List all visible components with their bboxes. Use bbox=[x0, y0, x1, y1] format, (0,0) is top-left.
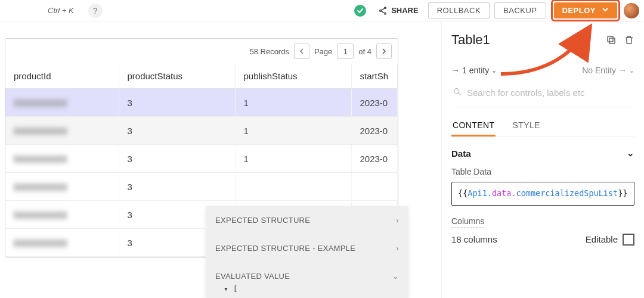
table-cell[interactable]: ▮▮▮▮▮▮▮▮▮▮ bbox=[5, 229, 119, 257]
copy-icon[interactable] bbox=[606, 35, 617, 45]
help-button[interactable]: ? bbox=[88, 4, 103, 18]
table-cell[interactable]: 3 bbox=[119, 173, 235, 201]
col-header[interactable]: productId bbox=[5, 64, 119, 89]
backup-button[interactable]: BACKUP bbox=[494, 2, 546, 18]
table-cell[interactable]: 2023-0 bbox=[351, 89, 398, 117]
rollback-button[interactable]: ROLLBACK bbox=[428, 2, 490, 18]
table-pagination-bar: 58 Records Page 1 of 4 bbox=[5, 39, 398, 64]
table-cell[interactable]: 3 bbox=[119, 89, 235, 117]
table-cell[interactable]: ▮▮▮▮▮▮▮▮▮▮ bbox=[5, 89, 119, 117]
entity-source-selector[interactable]: → 1 entity ⌄ bbox=[451, 66, 497, 75]
arrow-right-icon: → bbox=[451, 66, 460, 75]
next-page-button[interactable] bbox=[376, 44, 392, 59]
svg-rect-4 bbox=[608, 36, 613, 42]
svg-point-0 bbox=[385, 7, 386, 9]
page-word: Page bbox=[314, 47, 332, 56]
editable-label: Editable bbox=[586, 234, 618, 244]
table-cell[interactable]: 1 bbox=[235, 89, 351, 117]
table-cell[interactable]: 2023-0 bbox=[351, 145, 398, 173]
table-header-row: productId productStatus publishStatus st… bbox=[5, 64, 398, 89]
table-cell[interactable]: 2023-0 bbox=[351, 117, 398, 145]
deploy-button[interactable]: DEPLOY bbox=[554, 2, 617, 18]
chevron-down-icon: ⌄ bbox=[392, 272, 399, 281]
svg-point-2 bbox=[385, 13, 386, 14]
search-icon bbox=[453, 87, 462, 98]
chevron-right-icon: › bbox=[396, 216, 399, 225]
svg-point-1 bbox=[380, 10, 382, 11]
deploy-highlight-frame: DEPLOY bbox=[551, 0, 620, 21]
table-data-code-input[interactable]: {{Api1.data.commercializedSpuList}} bbox=[451, 182, 634, 206]
entity-target-selector[interactable]: No Entity → ⌄ bbox=[582, 66, 634, 75]
table-cell[interactable] bbox=[351, 173, 398, 201]
editable-checkbox[interactable] bbox=[623, 234, 634, 246]
property-search-input[interactable] bbox=[467, 88, 633, 98]
table-row[interactable]: ▮▮▮▮▮▮▮▮▮▮312023-0 bbox=[5, 89, 398, 117]
expected-structure-example-toggle[interactable]: EXPECTED STRUCTURE - EXAMPLE › bbox=[206, 234, 408, 262]
table-cell[interactable]: 3 bbox=[119, 145, 235, 173]
table-row[interactable]: ▮▮▮▮▮▮▮▮▮▮312023-0 bbox=[5, 117, 398, 145]
table-cell[interactable]: ▮▮▮▮▮▮▮▮▮▮ bbox=[5, 173, 119, 201]
share-button[interactable]: SHARE bbox=[373, 6, 423, 15]
columns-label: Columns bbox=[451, 216, 484, 228]
chevron-down-icon bbox=[602, 6, 609, 15]
evaluated-value-code: ▾ [ bbox=[206, 284, 408, 298]
topbar: Ctrl + K ? SHARE ROLLBACK BACKUP DEPLOY bbox=[0, 0, 644, 21]
avatar[interactable] bbox=[624, 3, 639, 18]
share-label: SHARE bbox=[391, 6, 419, 15]
table-cell[interactable]: 1 bbox=[235, 117, 351, 145]
evaluated-value-toggle[interactable]: EVALUATED VALUE ⌄ bbox=[206, 262, 408, 284]
table-cell[interactable]: 3 bbox=[119, 117, 235, 145]
chevron-down-icon: ⌄ bbox=[627, 148, 634, 159]
evaluated-value-popover: EXPECTED STRUCTURE › EXPECTED STRUCTURE … bbox=[206, 206, 408, 298]
tab-content[interactable]: CONTENT bbox=[451, 116, 496, 136]
chevron-down-icon: ⌄ bbox=[491, 67, 497, 74]
col-header[interactable]: publishStatus bbox=[235, 64, 351, 89]
widget-title[interactable]: Table1 bbox=[451, 32, 490, 48]
table-cell[interactable]: ▮▮▮▮▮▮▮▮▮▮ bbox=[5, 201, 119, 229]
delete-icon[interactable] bbox=[624, 35, 634, 45]
table-cell[interactable]: 1 bbox=[235, 145, 351, 173]
data-section-toggle[interactable]: Data ⌄ bbox=[451, 148, 634, 159]
expected-structure-toggle[interactable]: EXPECTED STRUCTURE › bbox=[206, 206, 408, 234]
tab-style[interactable]: STYLE bbox=[511, 116, 541, 136]
share-icon bbox=[378, 6, 388, 15]
status-ok-icon bbox=[354, 5, 366, 17]
table-row[interactable]: ▮▮▮▮▮▮▮▮▮▮312023-0 bbox=[5, 145, 398, 173]
prev-page-button[interactable] bbox=[294, 44, 309, 59]
table-data-label: Table Data bbox=[451, 167, 491, 178]
arrow-right-icon: → bbox=[618, 66, 627, 75]
svg-point-5 bbox=[454, 89, 459, 94]
deploy-label: DEPLOY bbox=[562, 6, 596, 15]
table-cell[interactable]: ▮▮▮▮▮▮▮▮▮▮ bbox=[5, 117, 119, 145]
keyboard-shortcut-hint: Ctrl + K bbox=[48, 6, 74, 15]
table-cell[interactable] bbox=[235, 173, 351, 201]
property-panel: Table1 → 1 entity ⌄ No Entity → ⌄ bbox=[441, 21, 644, 298]
chevron-down-icon: ⌄ bbox=[629, 67, 634, 74]
chevron-right-icon: › bbox=[396, 244, 399, 253]
property-tabs: CONTENT STYLE bbox=[451, 116, 634, 137]
columns-count: 18 columns bbox=[451, 234, 497, 244]
col-header[interactable]: productStatus bbox=[119, 64, 235, 89]
table-cell[interactable]: ▮▮▮▮▮▮▮▮▮▮ bbox=[5, 145, 119, 173]
page-total: of 4 bbox=[358, 47, 371, 56]
svg-rect-3 bbox=[609, 38, 615, 44]
property-search[interactable] bbox=[451, 83, 634, 107]
canvas-area: 58 Records Page 1 of 4 productId product… bbox=[0, 21, 441, 298]
records-count: 58 Records bbox=[249, 47, 289, 56]
col-header[interactable]: startSh bbox=[351, 64, 398, 89]
page-number[interactable]: 1 bbox=[337, 44, 354, 59]
table-row[interactable]: ▮▮▮▮▮▮▮▮▮▮3 bbox=[5, 173, 398, 201]
